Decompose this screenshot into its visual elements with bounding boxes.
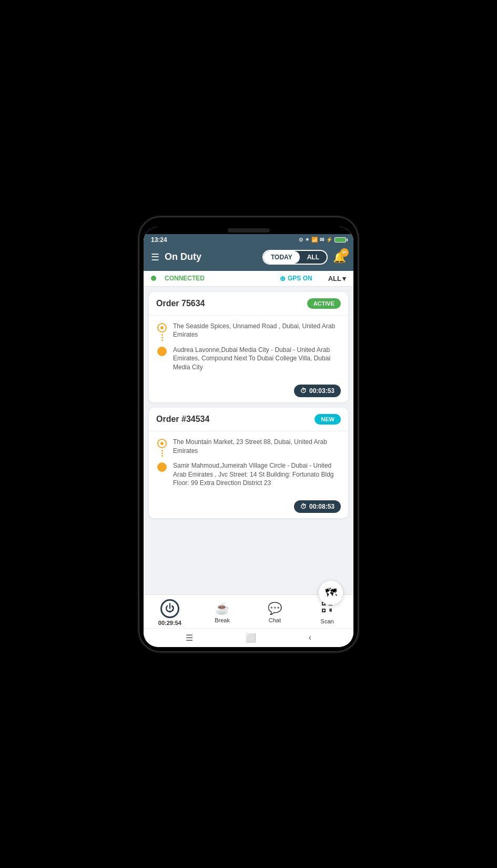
pickup-circle-icon-34534 [157,439,167,448]
android-home-button[interactable]: ⬜ [246,633,256,643]
app-header: ☰ On Duty TODAY ALL 🔔 9+ [144,246,353,271]
power-nav-item[interactable]: ⏻ 00:29:54 [144,599,196,626]
page-title: On Duty [165,251,257,263]
date-filter-toggle: TODAY ALL [262,250,328,265]
order-badge-75634: ACTIVE [307,298,341,309]
order-badge-34534: NEW [315,414,341,425]
power-icon: ⏻ [160,599,179,618]
order-footer-75634: ⏱ 00:03:53 [149,381,348,402]
chevron-down-icon: ▾ [342,275,346,282]
order-title-75634: Order 75634 [156,299,205,308]
order-header-34534: Order #34534 NEW [149,408,348,431]
map-fab-button[interactable]: 🗺 [319,581,343,605]
dropoff-circle-icon [157,347,167,356]
chat-label: Chat [269,617,281,623]
dropoff-address-34534: Samir Mahmoud,Jumeirah Village Circle - … [173,461,341,488]
map-icon: 🗺 [325,586,337,600]
dropoff-row-34534: Samir Mahmoud,Jumeirah Village Circle - … [156,461,341,488]
time-value-34534: 00:08:53 [309,503,334,510]
pickup-icon-wrap [156,322,168,342]
connected-label: CONNECTED [165,275,205,282]
connected-dot [151,276,156,281]
notification-button[interactable]: 🔔 9+ [333,251,346,264]
order-card-75634[interactable]: Order 75634 ACTIVE [149,292,348,402]
break-icon: ☕ [215,602,229,615]
clock-icon-34534: ⏱ [300,503,307,510]
pickup-row-75634: The Seaside Spices, Unnamed Road , Dubai… [156,322,341,342]
gps-label: GPS ON [288,275,312,282]
pickup-circle-icon [157,323,167,332]
gps-status: ⊕ GPS ON [280,275,312,282]
order-footer-34534: ⏱ 00:08:53 [149,497,348,518]
flash-icon: ⚡ [326,237,332,243]
clock-icon: ⏱ [300,387,307,395]
wifi-icon: 📶 [311,237,318,243]
gps-icon: ⊕ [280,275,286,282]
power-timer: 00:29:54 [158,620,181,626]
android-back-button[interactable]: ‹ [309,633,311,642]
android-menu-button[interactable]: ☰ [186,633,193,643]
status-icons: ⊙ ✴ 📶 ✉ ⚡ [299,237,346,243]
status-time: 13:24 [151,236,167,244]
today-filter-button[interactable]: TODAY [263,251,300,264]
break-nav-item[interactable]: ☕ Break [196,602,249,623]
pickup-icon-wrap-34534 [156,438,168,458]
svg-rect-2 [322,609,325,612]
chat-nav-item[interactable]: 💬 Chat [249,602,301,623]
order-time-34534: ⏱ 00:08:53 [294,500,341,513]
order-time-75634: ⏱ 00:03:53 [294,385,341,397]
scan-label: Scan [321,618,334,624]
order-card-34534[interactable]: Order #34534 NEW [149,408,348,518]
time-value-75634: 00:03:53 [309,387,334,395]
dropoff-icon-wrap-34534 [156,461,168,472]
pickup-address-34534: The Mountain Market, 23 Street 88, Dubai… [173,438,341,456]
android-navigation: ☰ ⬜ ‹ [144,628,353,647]
dropoff-row-75634: Audrea Lavonne,Dubai Media City - Dubai … [156,346,341,372]
dropoff-address-75634: Audrea Lavonne,Dubai Media City - Dubai … [173,346,341,372]
all-filter-button[interactable]: ALL [300,251,327,264]
route-dots-34534 [161,450,163,457]
break-label: Break [215,617,230,623]
pickup-row-34534: The Mountain Market, 23 Street 88, Dubai… [156,438,341,458]
order-title-34534: Order #34534 [156,415,209,424]
order-body-34534: The Mountain Market, 23 Street 88, Dubai… [149,431,348,497]
battery-icon [334,237,346,243]
connection-bar: CONNECTED ⊕ GPS ON ALL ▾ [144,271,353,287]
dropoff-icon-wrap [156,346,168,356]
location-icon: ⊙ [299,237,303,243]
notification-badge: 9+ [340,248,349,257]
chat-icon: 💬 [268,602,282,615]
dropoff-circle-icon-34534 [157,462,167,472]
message-icon: ✉ [320,237,324,243]
status-bar: 13:24 ⊙ ✴ 📶 ✉ ⚡ [144,234,353,246]
orders-list: Order 75634 ACTIVE [144,287,353,594]
pickup-address-75634: The Seaside Spices, Unnamed Road , Dubai… [173,322,341,340]
order-header-75634: Order 75634 ACTIVE [149,292,348,316]
menu-button[interactable]: ☰ [151,253,159,262]
filter-label: ALL [328,275,341,282]
route-dots [161,334,163,341]
filter-dropdown[interactable]: ALL ▾ [328,275,346,282]
order-body-75634: The Seaside Spices, Unnamed Road , Dubai… [149,316,348,381]
bluetooth-icon: ✴ [305,237,309,243]
